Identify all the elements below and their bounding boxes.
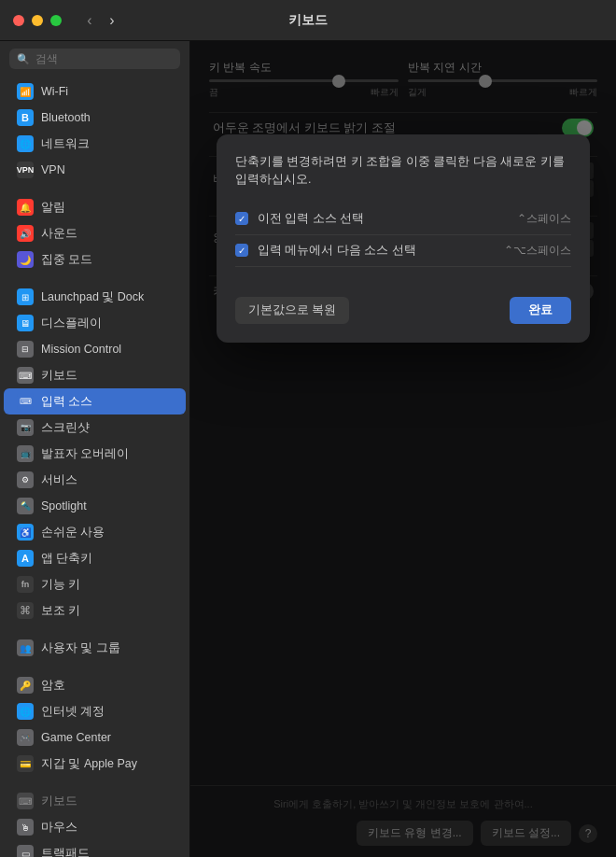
sidebar-item-screenshot[interactable]: 📷 스크린샷 (4, 414, 186, 441)
wallet-label: 지갑 및 Apple Pay (41, 756, 137, 772)
mission-icon: ⊟ (17, 341, 34, 358)
input-source-label: 입력 소스 (41, 394, 92, 410)
minimize-button[interactable] (32, 15, 43, 26)
search-bar: 🔍 (0, 41, 189, 77)
content-area: 키 반복 속도 끔 빠르게 반복 지연 시간 길게 빠르게 (190, 41, 616, 857)
sidebar-item-gamecenter[interactable]: 🎮 Game Center (4, 724, 186, 751)
alarm-icon: 🔔 (17, 199, 34, 216)
titlebar: ‹ › 키보드 (0, 0, 616, 41)
navigation-buttons: ‹ › (80, 11, 121, 30)
spotlight-label: Spotlight (41, 499, 87, 513)
sidebar-item-password[interactable]: 🔑 암호 (4, 672, 186, 698)
mouse-label: 마우스 (41, 820, 77, 836)
search-wrap: 🔍 (9, 49, 180, 69)
sidebar-item-modkeys[interactable]: ⌘ 보조 키 (4, 597, 186, 624)
trackpad-icon: ▭ (17, 845, 34, 857)
search-icon: 🔍 (17, 53, 30, 65)
sidebar-item-display[interactable]: 🖥 디스플레이 (4, 310, 186, 336)
mission-label: Mission Control (41, 343, 121, 356)
checkbox-1[interactable] (235, 244, 248, 257)
modal-item-0: 이전 입력 소스 선택 ⌃스페이스 (235, 204, 571, 235)
vpn-label: VPN (41, 163, 65, 176)
modal-item-shortcut-1: ⌃⌥스페이스 (504, 243, 571, 259)
modal-description: 단축키를 변경하려면 키 조합을 이중 클릭한 다음 새로운 키를 입력하십시오… (235, 153, 571, 189)
sidebar-item-focus[interactable]: 🌙 집중 모드 (4, 246, 186, 273)
password-label: 암호 (41, 678, 65, 694)
keyboard2-icon: ⌨ (17, 793, 34, 809)
main-layout: 🔍 📶 Wi-Fi B Bluetooth 🌐 네트워크 VPN VPN (0, 41, 616, 857)
sidebar-item-trackpad[interactable]: ▭ 트랙패드 (4, 840, 186, 857)
screenshot-icon: 📷 (17, 419, 34, 436)
back-button[interactable]: ‹ (80, 11, 99, 30)
modal-item-label-0: 이전 입력 소스 선택 (258, 211, 508, 227)
modkeys-label: 보조 키 (41, 603, 80, 619)
input-source-icon: ⌨ (17, 393, 34, 410)
bluetooth-label: Bluetooth (41, 111, 91, 124)
presenter-icon: 📺 (17, 445, 34, 462)
modal-item-1: 입력 메뉴에서 다음 소스 선택 ⌃⌥스페이스 (235, 235, 571, 267)
focus-icon: 🌙 (17, 251, 34, 268)
sidebar-item-wifi[interactable]: 📶 Wi-Fi (4, 78, 186, 105)
sidebar-item-spotlight[interactable]: 🔦 Spotlight (4, 493, 186, 519)
sidebar-section-users: 👥 사용자 및 그룹 (0, 633, 189, 663)
sidebar-item-usergroup[interactable]: 👥 사용자 및 그룹 (4, 635, 186, 661)
sound-label: 사운드 (41, 226, 77, 242)
appshortcuts-icon: A (17, 550, 34, 567)
sidebar-item-network[interactable]: 🌐 네트워크 (4, 131, 186, 157)
sidebar-item-bluetooth[interactable]: B Bluetooth (4, 105, 186, 131)
services-icon: ⚙ (17, 471, 34, 488)
modal-item-shortcut-0: ⌃스페이스 (517, 211, 571, 227)
checkbox-0[interactable] (235, 212, 248, 225)
services-label: 서비스 (41, 472, 77, 488)
wifi-label: Wi-Fi (41, 85, 68, 98)
sidebar-item-mouse[interactable]: 🖱 마우스 (4, 814, 186, 840)
modkeys-icon: ⌘ (17, 602, 34, 619)
sidebar-section-hardware: ⌨ 키보드 🖱 마우스 ▭ 트랙패드 🖨 프린터 및 스캐너 (0, 786, 189, 857)
accessibility-label: 손쉬운 사용 (41, 525, 105, 541)
sidebar-item-vpn[interactable]: VPN VPN (4, 157, 186, 183)
maximize-button[interactable] (50, 15, 62, 26)
input-source-modal: 단축키를 변경하려면 키 조합을 이중 클릭한 다음 새로운 키를 입력하십시오… (217, 134, 590, 343)
done-button[interactable]: 완료 (510, 297, 571, 324)
sidebar-item-appshortcuts[interactable]: A 앱 단축키 (4, 545, 186, 571)
modal-item-label-1: 입력 메뉴에서 다음 소스 선택 (258, 243, 495, 259)
sidebar-item-funckeys[interactable]: fn 기능 키 (4, 571, 186, 597)
search-input[interactable] (35, 52, 173, 65)
modal-overlay: 단축키를 변경하려면 키 조합을 이중 클릭한 다음 새로운 키를 입력하십시오… (190, 41, 616, 857)
sidebar-item-sound[interactable]: 🔊 사운드 (4, 220, 186, 246)
spotlight-icon: 🔦 (17, 498, 34, 514)
accessibility-icon: ♿ (17, 524, 34, 541)
sidebar-item-mission[interactable]: ⊟ Mission Control (4, 336, 186, 362)
forward-button[interactable]: › (103, 11, 121, 30)
sidebar-item-keyboard[interactable]: ⌨ 키보드 (4, 362, 186, 388)
sidebar-item-wallet[interactable]: 💳 지갑 및 Apple Pay (4, 751, 186, 777)
restore-button[interactable]: 기본값으로 복원 (235, 297, 349, 324)
keyboard-icon: ⌨ (17, 367, 34, 384)
alarm-label: 알림 (41, 200, 65, 216)
sidebar-item-input-source[interactable]: ⌨ 입력 소스 (4, 388, 186, 414)
focus-label: 집중 모드 (41, 252, 92, 268)
launchpad-icon: ⊞ (17, 288, 34, 305)
password-icon: 🔑 (17, 677, 34, 694)
vpn-icon: VPN (17, 162, 34, 178)
network-label: 네트워크 (41, 136, 90, 152)
sidebar-item-internetaccount[interactable]: 🌐 인터넷 계정 (4, 698, 186, 724)
sidebar-item-presenter[interactable]: 📺 발표자 오버레이 (4, 441, 186, 467)
internetaccount-icon: 🌐 (17, 703, 34, 720)
network-icon: 🌐 (17, 135, 34, 152)
sidebar-item-launchpad[interactable]: ⊞ Launchpad 및 Dock (4, 284, 186, 310)
sidebar: 🔍 📶 Wi-Fi B Bluetooth 🌐 네트워크 VPN VPN (0, 41, 190, 857)
usergroup-label: 사용자 및 그룹 (41, 640, 120, 656)
keyboard2-label: 키보드 (41, 794, 77, 809)
screenshot-label: 스크린샷 (41, 420, 90, 436)
sidebar-item-keyboard2[interactable]: ⌨ 키보드 (4, 788, 186, 814)
sidebar-item-alarm[interactable]: 🔔 알림 (4, 194, 186, 220)
close-button[interactable] (13, 15, 24, 26)
launchpad-label: Launchpad 및 Dock (41, 289, 144, 305)
sidebar-section-network: 📶 Wi-Fi B Bluetooth 🌐 네트워크 VPN VPN (0, 77, 189, 185)
trackpad-label: 트랙패드 (41, 846, 90, 858)
funckeys-icon: fn (17, 576, 34, 593)
sidebar-item-services[interactable]: ⚙ 서비스 (4, 467, 186, 493)
sidebar-item-accessibility[interactable]: ♿ 손쉬운 사용 (4, 519, 186, 545)
display-label: 디스플레이 (41, 316, 102, 331)
